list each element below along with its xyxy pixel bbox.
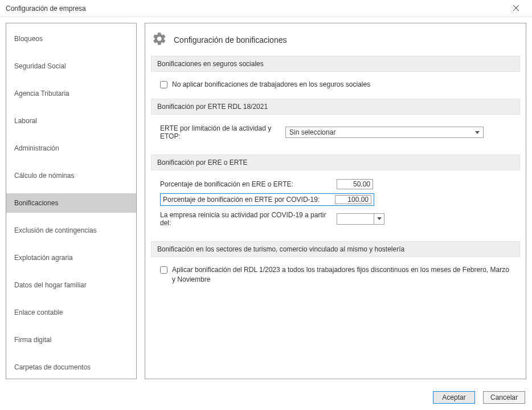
accept-button[interactable]: Aceptar: [433, 391, 475, 404]
input-pct-ere[interactable]: [337, 179, 373, 189]
sidebar-item-bloqueos[interactable]: Bloqueos: [6, 29, 136, 48]
sidebar-item-label: Enlace contable: [14, 308, 63, 316]
close-icon: [513, 5, 519, 13]
row-reinicia-actividad: La empresa reinicia su actividad por COV…: [160, 209, 511, 229]
label-reinicia-actividad: La empresa reinicia su actividad por COV…: [160, 209, 337, 229]
chevron-down-icon: [475, 128, 480, 136]
sidebar-item-label: Administración: [14, 144, 59, 152]
footer: Aceptar Cancelar: [0, 385, 532, 410]
sidebar-item-label: Exclusión de contingencias: [14, 226, 97, 234]
sidebar-item-label: Explotación agraria: [14, 254, 73, 262]
sidebar-item-label: Bloqueos: [14, 35, 43, 43]
svg-marker-2: [475, 131, 480, 134]
main-panel: Configuración de bonificaciones Bonifica…: [145, 23, 526, 379]
section-title: Bonificación por ERE o ERTE: [157, 159, 248, 167]
sidebar-item-label: Laboral: [14, 117, 37, 125]
section-bar-erte-rdl: Bonificación por ERTE RDL 18/2021: [151, 99, 520, 115]
checkbox-no-aplicar-bonificaciones[interactable]: [160, 81, 167, 88]
sidebar-item-label: Cálculo de nóminas: [14, 172, 74, 180]
row-no-aplicar-bonificaciones: No aplicar bonificaciones de trabajadore…: [160, 80, 511, 90]
row-pct-ere: Porcentaje de bonificación en ERE o ERTE…: [160, 178, 511, 190]
label-pct-covid: Porcentaje de bonificación en ERTE por C…: [161, 194, 335, 205]
cancel-button[interactable]: Cancelar: [483, 391, 525, 404]
window-title: Configuración de empresa: [6, 5, 86, 13]
sidebar-item-datos-hogar-familiar[interactable]: Datos del hogar familiar: [6, 275, 136, 295]
page-title: Configuración de bonificaciones: [174, 35, 287, 44]
sidebar-item-label: Carpetas de documentos: [14, 363, 91, 371]
gear-icon: [152, 31, 167, 48]
section-bar-turismo: Bonificación en los sectores de turismo,…: [151, 241, 520, 257]
row-erte-limitacion: ERTE por limitación de la actividad y ET…: [160, 123, 511, 142]
sidebar-item-seguridad-social[interactable]: Seguridad Social: [6, 56, 136, 76]
sidebar-item-firma-digital[interactable]: Firma digital: [6, 330, 136, 350]
sidebar-item-label: Bonificaciones: [14, 199, 58, 207]
sidebar-item-explotacion-agraria[interactable]: Explotación agraria: [6, 248, 136, 267]
sidebar-item-carpetas-documentos[interactable]: Carpetas de documentos: [6, 358, 136, 377]
sidebar-item-agencia-tributaria[interactable]: Agencia Tributaria: [6, 84, 136, 103]
sidebar-item-exclusion-contingencias[interactable]: Exclusión de contingencias: [6, 221, 136, 240]
section-bar-ere-erte: Bonificación por ERE o ERTE: [151, 155, 520, 171]
sidebar-item-laboral[interactable]: Laboral: [6, 111, 136, 131]
close-button[interactable]: [505, 1, 527, 17]
section-title: Bonificación en los sectores de turismo,…: [157, 245, 404, 253]
input-pct-covid[interactable]: [335, 195, 371, 204]
sidebar-item-enlace-contable[interactable]: Enlace contable: [6, 303, 136, 322]
sidebar-item-calculo-nominas[interactable]: Cálculo de nóminas: [6, 166, 136, 185]
select-value: Sin seleccionar: [289, 128, 335, 136]
row-pct-covid: Porcentaje de bonificación en ERTE por C…: [160, 193, 511, 206]
checkbox-aplicar-rdl-1-2023[interactable]: [160, 266, 167, 274]
highlight-pct-covid: Porcentaje de bonificación en ERTE por C…: [160, 193, 374, 206]
section-title: Bonificaciones en seguros sociales: [157, 60, 264, 68]
sidebar-item-bonificaciones[interactable]: Bonificaciones: [6, 193, 136, 213]
chevron-down-icon: [374, 214, 384, 224]
sidebar-item-label: Agencia Tributaria: [14, 90, 69, 98]
sidebar-item-administracion[interactable]: Administración: [6, 139, 136, 158]
label-erte-limitacion: ERTE por limitación de la actividad y ET…: [160, 123, 285, 142]
row-aplicar-rdl-1-2023: Aplicar bonificación del RDL 1/2023 a to…: [160, 265, 511, 285]
section-bar-seguros: Bonificaciones en seguros sociales: [151, 56, 520, 72]
checkbox-label: Aplicar bonificación del RDL 1/2023 a to…: [172, 265, 511, 285]
sidebar: Bloqueos Seguridad Social Agencia Tribut…: [6, 23, 137, 379]
svg-marker-3: [377, 217, 382, 220]
sidebar-item-label: Firma digital: [14, 336, 51, 344]
date-select-reinicia[interactable]: [337, 213, 384, 225]
page-header: Configuración de bonificaciones: [151, 31, 520, 56]
titlebar: Configuración de empresa: [0, 0, 532, 17]
section-title: Bonificación por ERTE RDL 18/2021: [157, 103, 268, 111]
sidebar-item-label: Datos del hogar familiar: [14, 281, 87, 289]
select-erte-limitacion[interactable]: Sin seleccionar: [285, 127, 484, 138]
label-pct-ere: Porcentaje de bonificación en ERE o ERTE…: [160, 178, 337, 190]
sidebar-item-label: Seguridad Social: [14, 62, 66, 70]
checkbox-label: No aplicar bonificaciones de trabajadore…: [172, 80, 370, 90]
